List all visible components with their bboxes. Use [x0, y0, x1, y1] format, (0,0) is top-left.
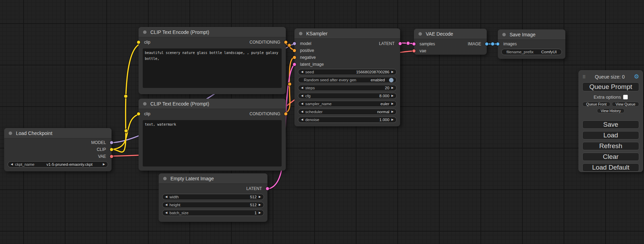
latent-output-port[interactable]	[266, 187, 269, 190]
node-empty-latent-image[interactable]: Empty Latent Image LATENT width 512 heig…	[159, 173, 267, 222]
images-input-port[interactable]	[496, 43, 500, 46]
denoise-number-widget[interactable]: denoise 1.000	[298, 117, 397, 123]
decrement-arrow-icon[interactable]	[301, 118, 303, 121]
input-label: clip	[144, 40, 150, 45]
collapse-dot-icon[interactable]	[9, 132, 12, 135]
latent-image-input-port[interactable]	[293, 63, 296, 66]
decrement-arrow-icon[interactable]	[11, 163, 13, 166]
decrement-arrow-icon[interactable]	[301, 71, 303, 73]
increment-arrow-icon[interactable]	[391, 71, 394, 73]
increment-arrow-icon[interactable]	[259, 196, 261, 198]
conditioning-output-port[interactable]	[284, 41, 288, 44]
widget-value: 8.000	[379, 94, 389, 98]
collapse-dot-icon[interactable]	[299, 32, 302, 35]
io-row: samples IMAGE	[414, 40, 487, 47]
node-clip-text-encode-negative[interactable]: CLIP Text Encode (Prompt) clip CONDITION…	[139, 99, 286, 171]
extra-options-checkbox[interactable]	[623, 95, 628, 99]
save-button[interactable]: Save	[582, 120, 639, 129]
samples-input-port[interactable]	[413, 43, 416, 46]
height-number-widget[interactable]: height 512	[162, 202, 264, 208]
decrement-arrow-icon[interactable]	[301, 110, 303, 113]
increment-arrow-icon[interactable]	[391, 87, 394, 89]
increment-arrow-icon[interactable]	[391, 94, 394, 97]
node-title-bar[interactable]: Load Checkpoint	[4, 128, 112, 138]
decrement-arrow-icon[interactable]	[165, 196, 167, 198]
negative-prompt-textarea[interactable]: text, watermark	[143, 120, 282, 166]
increment-arrow-icon[interactable]	[103, 163, 105, 166]
load-button[interactable]: Load	[582, 131, 639, 139]
collapse-dot-icon[interactable]	[502, 33, 506, 36]
queue-front-button[interactable]: Queue Front	[582, 102, 610, 107]
batch-size-number-widget[interactable]: batch_size 1	[162, 210, 264, 216]
widget-value: enabled	[371, 78, 385, 82]
node-clip-text-encode-positive[interactable]: CLIP Text Encode (Prompt) clip CONDITION…	[139, 27, 286, 94]
toggle-circle-icon[interactable]	[389, 78, 394, 82]
decrement-arrow-icon[interactable]	[301, 102, 303, 105]
node-save-image[interactable]: Save Image images filename_prefix ComfyU…	[498, 29, 565, 59]
increment-arrow-icon[interactable]	[391, 102, 394, 105]
widget-value: 156680208700286	[356, 70, 389, 74]
collapse-dot-icon[interactable]	[143, 102, 147, 106]
queue-prompt-button[interactable]: Queue Prompt	[582, 82, 639, 91]
node-title-bar[interactable]: CLIP Text Encode (Prompt)	[139, 99, 286, 109]
clear-button[interactable]: Clear	[582, 153, 639, 161]
view-queue-button[interactable]: View Queue	[612, 102, 639, 107]
node-title-bar[interactable]: Save Image	[498, 29, 565, 40]
node-title-bar[interactable]: CLIP Text Encode (Prompt)	[139, 27, 286, 37]
comfyui-canvas[interactable]: { "palette": { "model": "#b39ddb", "clip…	[0, 0, 644, 244]
load-default-button[interactable]: Load Default	[582, 163, 639, 172]
node-title-bar[interactable]: Empty Latent Image	[159, 173, 267, 184]
widget-label: denoise	[305, 118, 319, 122]
steps-number-widget[interactable]: steps 20	[298, 85, 397, 91]
latent-output-port[interactable]	[399, 42, 402, 45]
positive-input-port[interactable]	[293, 49, 296, 52]
vae-input-port[interactable]	[413, 49, 416, 53]
collapse-dot-icon[interactable]	[143, 30, 147, 34]
collapse-dot-icon[interactable]	[163, 177, 167, 180]
output-row: LATENT	[159, 185, 267, 192]
decrement-arrow-icon[interactable]	[301, 94, 303, 97]
model-input-port[interactable]	[293, 42, 296, 45]
gear-icon[interactable]	[634, 74, 639, 80]
seed-number-widget[interactable]: seed 156680208700286	[298, 69, 397, 75]
node-load-checkpoint[interactable]: Load Checkpoint MODEL CLIP VAE ckpt_name…	[4, 128, 112, 171]
refresh-button[interactable]: Refresh	[582, 142, 639, 150]
filename-prefix-text-widget[interactable]: filename_prefix ComfyUI	[501, 49, 562, 55]
input-label: clip	[144, 111, 150, 116]
drag-handle-icon[interactable]	[582, 74, 586, 80]
io-row: model LATENT	[294, 40, 400, 47]
scheduler-combo[interactable]: scheduler normal	[298, 109, 397, 115]
vae-output-port[interactable]	[110, 155, 113, 158]
io-row: images	[498, 40, 565, 47]
increment-arrow-icon[interactable]	[391, 110, 394, 113]
decrement-arrow-icon[interactable]	[301, 87, 303, 89]
conditioning-output-port[interactable]	[284, 112, 288, 116]
increment-arrow-icon[interactable]	[259, 204, 261, 206]
image-output-port[interactable]	[485, 43, 488, 46]
node-title-bar[interactable]: KSampler	[294, 28, 400, 39]
increment-arrow-icon[interactable]	[391, 118, 394, 121]
model-output-port[interactable]	[110, 141, 113, 144]
collapse-dot-icon[interactable]	[418, 32, 422, 36]
node-title-bar[interactable]: VAE Decode	[414, 29, 487, 39]
output-row: VAE	[4, 153, 112, 160]
queue-panel[interactable]: Queue size: 0 Queue Prompt Extra options…	[579, 70, 643, 172]
clip-output-port[interactable]	[110, 148, 113, 151]
clip-input-port[interactable]	[137, 112, 140, 116]
cfg-number-widget[interactable]: cfg 8.000	[298, 93, 397, 99]
sampler-name-combo[interactable]: sampler_name euler	[298, 101, 397, 107]
decrement-arrow-icon[interactable]	[165, 211, 167, 214]
extra-options-label: Extra options	[594, 94, 621, 100]
width-number-widget[interactable]: width 512	[162, 194, 264, 200]
node-ksampler[interactable]: KSampler model LATENT positive negative …	[294, 28, 400, 126]
positive-prompt-textarea[interactable]: beautiful scenery nature glass bottle la…	[143, 48, 282, 88]
clip-input-port[interactable]	[137, 41, 140, 44]
widget-value: v1-5-pruned-emaonly.ckpt	[46, 162, 92, 166]
increment-arrow-icon[interactable]	[259, 211, 261, 214]
view-history-button[interactable]: View History	[597, 108, 625, 113]
random-seed-toggle-widget[interactable]: Random seed after every gen enabled	[298, 77, 397, 83]
negative-input-port[interactable]	[293, 56, 296, 59]
decrement-arrow-icon[interactable]	[165, 204, 167, 206]
ckpt-name-combo[interactable]: ckpt_name v1-5-pruned-emaonly.ckpt	[8, 161, 108, 168]
node-vae-decode[interactable]: VAE Decode samples IMAGE vae	[414, 29, 487, 55]
